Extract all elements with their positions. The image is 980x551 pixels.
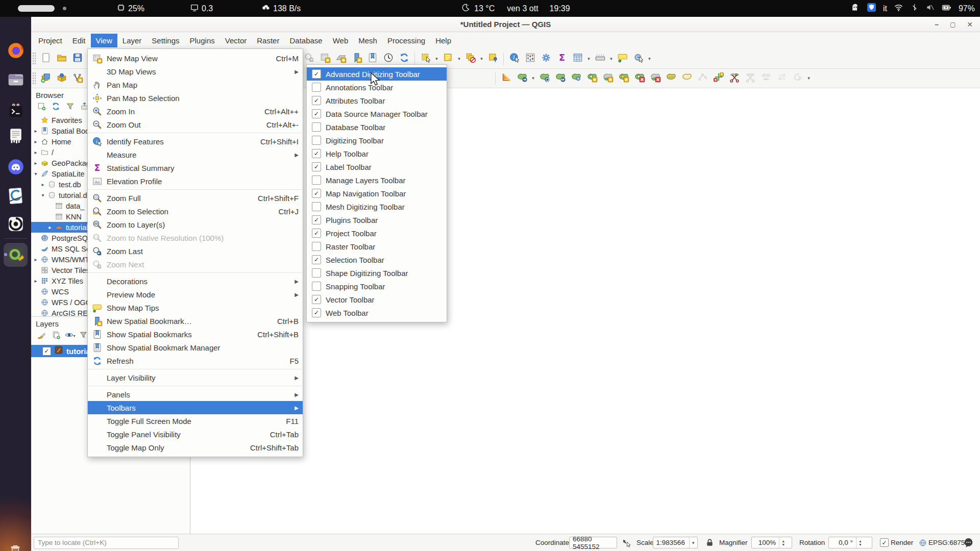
checkbox-checked[interactable]: ✓ [312,295,321,304]
select-by-form-dropdown[interactable]: ▾ [456,56,462,61]
measure-dropdown[interactable]: ▾ [608,56,615,61]
magnifier-spinbox[interactable]: 100%▲▼ [751,537,792,548]
add-ring-button[interactable] [584,70,600,86]
dock-item-firefox[interactable] [4,38,28,62]
cad-tools-button[interactable] [498,70,514,86]
menu-processing[interactable]: Processing [382,34,430,47]
move-feature-dropdown[interactable]: ▾ [530,76,536,81]
deselect-all-dropdown[interactable]: ▾ [478,56,485,61]
view-menu-item-toggle-map-only[interactable]: Toggle Map OnlyCtrl+Shift+Tab [88,441,303,454]
menu-plugins[interactable]: Plugins [185,34,220,47]
close-button[interactable]: ✕ [967,20,973,29]
wifi-icon[interactable] [894,3,903,14]
toolbar-handle[interactable] [32,72,36,85]
toolbar-toggle-shape-digitizing-toolbar[interactable]: Shape Digitizing Toolbar [307,266,447,280]
mute-icon[interactable] [925,3,935,14]
view-menu-item-identify-features[interactable]: iIdentify FeaturesCtrl+Shift+I [88,135,303,148]
view-menu-item-zoom-next[interactable]: Zoom Next [88,258,303,271]
layer-visibility-button[interactable]: ▾ [64,330,76,341]
coordinate-input[interactable]: 66880 5455152 [569,537,617,548]
view-menu-item-pan-map-to-selection[interactable]: Pan Map to Selection [88,91,303,105]
view-menu-item-toggle-panel-visibility[interactable]: Toggle Panel VisibilityCtrl+Tab [88,428,303,441]
toolbar-toggle-selection-toolbar[interactable]: ✓Selection Toolbar [307,253,447,266]
spin-arrows[interactable]: ▲▼ [856,537,862,548]
keyboard-layout[interactable]: it [883,4,887,13]
new-shapefile-button[interactable] [69,71,85,86]
locate-input[interactable] [34,537,179,549]
checkbox-checked[interactable]: ✓ [312,109,321,118]
checkbox-unchecked[interactable] [312,122,321,132]
view-menu-item-elevation-profile[interactable]: Elevation Profile [88,174,303,188]
measure-button[interactable] [592,51,608,66]
toolbar-toggle-label-toolbar[interactable]: ✓Label Toolbar [307,160,447,173]
checkbox-unchecked[interactable] [312,242,321,251]
trash-icon[interactable] [7,543,24,551]
toolbar-toggle-web-toolbar[interactable]: ✓Web Toolbar [307,306,447,319]
view-menu-item-3d-map-views[interactable]: 3D Map Views▶ [88,65,303,78]
toolbar-toggle-attributes-toolbar[interactable]: ✓Attributes Toolbar [307,94,447,107]
view-menu-item-statistical-summary[interactable]: ΣStatistical Summary [88,161,303,174]
view-menu-item-preview-mode[interactable]: Preview Mode▶ [88,288,303,301]
dock-item-document-shredder[interactable] [4,124,28,148]
add-layer-button[interactable] [38,71,54,86]
expander-icon[interactable]: ▸ [32,257,39,262]
reshape-features-button[interactable] [568,70,584,86]
cpu-indicator[interactable]: 25% [116,0,144,17]
checkbox-checked[interactable]: ✓ [312,69,321,79]
add-group-button[interactable] [50,330,61,341]
new-project-button[interactable] [38,51,54,66]
dock-item-terminal[interactable] [4,98,28,122]
menu-edit[interactable]: Edit [67,34,91,47]
expander-icon[interactable]: ▾ [32,171,39,177]
delete-part-button[interactable] [647,70,663,86]
view-menu-item-zoom-in[interactable]: Zoom InCtrl+Alt++ [88,105,303,118]
style-manager-button[interactable] [36,330,47,341]
checkbox-unchecked[interactable] [312,268,321,278]
battery-icon[interactable] [942,3,952,15]
toolbar-toggle-digitizing-toolbar[interactable]: Digitizing Toolbar [307,134,447,147]
delete-ring-button[interactable] [631,70,647,86]
render-checkbox[interactable]: ✓ [880,538,889,547]
toolbar-handle[interactable] [32,52,36,65]
extents-toggle-icon[interactable] [621,534,631,551]
attribute-table-button[interactable] [570,51,585,66]
rotate-point-symbols-button[interactable] [790,70,805,86]
rotate-feature-button[interactable] [536,70,552,86]
move-feature-copy-button[interactable]: ✶ [710,70,726,86]
expander-icon[interactable]: ▸ [32,139,39,144]
view-menu-item-zoom-to-layer-s-[interactable]: Zoom to Layer(s) [88,218,303,231]
view-menu-item-new-map-view[interactable]: New Map ViewCtrl+M [88,52,303,65]
checkbox-unchecked[interactable] [312,202,321,211]
expander-icon[interactable]: ▸ [32,128,39,134]
minimize-button[interactable]: – [935,20,939,29]
crs-globe-icon[interactable] [918,534,927,551]
network-indicator[interactable]: 138 B/s [261,0,301,17]
maximize-button[interactable]: ▢ [950,21,955,28]
data-source-manager-button[interactable] [54,71,69,86]
sigma-button[interactable]: Σ [554,51,570,66]
reverse-line-button[interactable] [774,70,790,86]
toolbar-toggle-mesh-digitizing-toolbar[interactable]: Mesh Digitizing Toolbar [307,200,447,213]
view-menu-item-refresh[interactable]: RefreshF5 [88,354,303,367]
processing-toolbox-button[interactable] [538,51,554,66]
menu-mesh[interactable]: Mesh [353,34,382,47]
view-menu-item-decorations[interactable]: Decorations▶ [88,274,303,288]
toolbar-toggle-raster-toolbar[interactable]: Raster Toolbar [307,240,447,253]
expander-icon[interactable]: ▾ [39,192,46,198]
save-project-button[interactable] [69,51,85,66]
messages-icon[interactable] [963,534,974,551]
expander-icon[interactable]: ▸ [39,182,46,187]
checkbox-checked[interactable]: ✓ [312,308,321,317]
view-menu-item-show-spatial-bookmarks[interactable]: Show Spatial BookmarksCtrl+Shift+B [88,328,303,341]
checkbox-unchecked[interactable] [312,176,321,185]
expander-icon[interactable]: ▸ [32,149,39,155]
statistics-button[interactable] [522,51,538,66]
expander-icon[interactable]: ▸ [46,224,54,230]
toolbar-toggle-plugins-toolbar[interactable]: ✓Plugins Toolbar [307,213,447,227]
checkbox-checked[interactable]: ✓ [312,149,321,158]
dock-item-cad-app[interactable] [4,184,28,208]
view-menu-item-show-spatial-bookmark-manager[interactable]: Show Spatial Bookmark Manager [88,341,303,354]
offset-curve-button[interactable] [552,70,568,86]
split-features-button[interactable] [726,70,742,86]
view-menu-item-zoom-to-native-resolution-100-[interactable]: 1:1Zoom to Native Resolution (100%) [88,231,303,244]
